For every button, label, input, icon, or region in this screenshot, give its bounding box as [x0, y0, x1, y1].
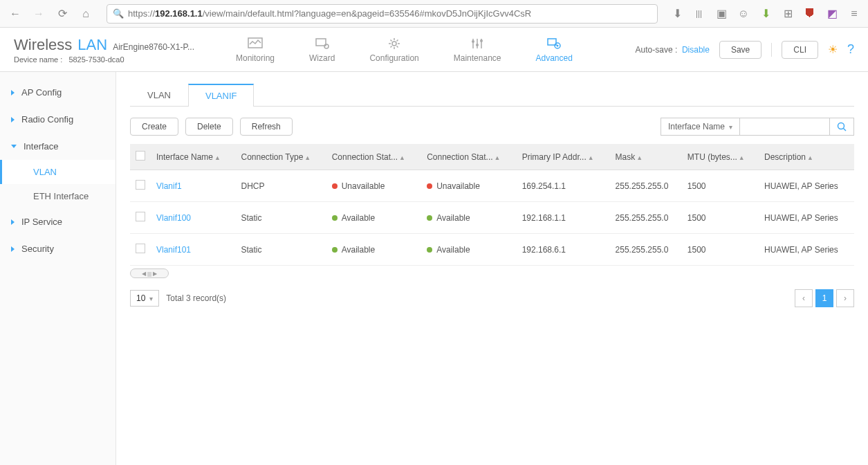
create-button[interactable]: Create	[130, 118, 178, 136]
library-icon[interactable]: ⫼	[691, 4, 708, 24]
search-button[interactable]	[830, 118, 854, 136]
col-interface-name[interactable]: Interface Name▲	[151, 144, 235, 170]
nav-advanced[interactable]: Advanced	[528, 37, 579, 63]
horizontal-scroller[interactable]: ◀ ||| ▶	[130, 268, 169, 278]
sidebar-item-radio-config[interactable]: Radio Config	[0, 106, 116, 133]
tab-vlan[interactable]: VLAN	[130, 84, 188, 107]
nav-configuration[interactable]: Configuration	[362, 37, 425, 63]
row-checkbox[interactable]	[136, 244, 145, 253]
svg-line-14	[844, 129, 847, 131]
save-button[interactable]: Save	[719, 41, 761, 59]
sidebar-item-vlan[interactable]: VLAN	[0, 160, 116, 184]
forward-icon[interactable]: →	[29, 4, 48, 24]
home-icon[interactable]: ⌂	[76, 4, 95, 24]
cell-status2: Unavailable	[421, 170, 516, 202]
cell-status1: Unavailable	[326, 170, 421, 202]
cell-mask: 255.255.255.0	[610, 234, 682, 266]
page-current[interactable]: 1	[815, 289, 833, 307]
autosave-disable-link[interactable]: Disable	[682, 45, 710, 55]
cli-button[interactable]: CLI	[782, 41, 818, 59]
sidebar-item-ip-service[interactable]: IP Service	[0, 208, 116, 235]
delete-button[interactable]: Delete	[185, 118, 233, 136]
sidebar-item-security[interactable]: Security	[0, 235, 116, 262]
svg-point-12	[557, 44, 559, 46]
cell-mask: 255.255.255.0	[610, 202, 682, 234]
cell-type: Static	[235, 234, 326, 266]
cell-status2: Available	[421, 202, 516, 234]
page-prev[interactable]: ‹	[795, 289, 813, 307]
row-checkbox[interactable]	[136, 180, 145, 190]
svg-point-3	[392, 42, 396, 46]
configuration-icon	[386, 37, 403, 51]
svg-point-7	[472, 40, 474, 43]
cell-desc: HUAWEI, AP Series	[759, 170, 854, 202]
back-icon[interactable]: ←	[6, 4, 25, 24]
record-count: Total 3 record(s)	[166, 293, 226, 303]
autosave: Auto-save : Disable	[636, 45, 710, 55]
cell-status2: Available	[421, 234, 516, 266]
cell-type: Static	[235, 202, 326, 234]
cell-desc: HUAWEI, AP Series	[759, 234, 854, 266]
cell-ip: 169.254.1.1	[517, 170, 610, 202]
status-dot-icon	[427, 215, 432, 221]
notification-icon[interactable]: ☀	[828, 43, 838, 56]
ext3-icon[interactable]: ◩	[824, 4, 840, 24]
page-next[interactable]: ›	[836, 289, 854, 307]
filter-field-select[interactable]: Interface Name	[661, 118, 740, 136]
col-description[interactable]: Description▲	[759, 144, 854, 170]
ublock-icon[interactable]: ⛊	[802, 4, 818, 24]
reload-icon[interactable]: ⟳	[53, 4, 72, 24]
interface-link[interactable]: Vlanif1	[156, 181, 182, 191]
col-mtu[interactable]: MTU (bytes...▲	[682, 144, 759, 170]
ext1-icon[interactable]: ⬇	[757, 4, 774, 24]
col-primary-ip[interactable]: Primary IP Addr...▲	[517, 144, 610, 170]
device-name-label: Device name :	[14, 55, 62, 64]
page-size-select[interactable]: 10	[130, 290, 159, 307]
interface-link[interactable]: Vlanif101	[156, 245, 191, 255]
table-row: Vlanif1DHCPUnavailableUnavailable169.254…	[130, 170, 854, 202]
refresh-button[interactable]: Refresh	[240, 118, 293, 136]
svg-point-9	[480, 39, 483, 42]
sidebar-item-eth[interactable]: ETH Interface	[0, 184, 116, 208]
sidebar-item-ap-config[interactable]: AP Config	[0, 79, 116, 106]
svg-point-13	[838, 123, 844, 129]
cell-status1: Available	[326, 234, 421, 266]
nav-monitoring[interactable]: Monitoring	[229, 37, 281, 63]
search-input[interactable]	[740, 118, 830, 136]
tab-vlanif[interactable]: VLANIF	[188, 84, 255, 107]
device-model: AirEngine8760-X1-P...	[113, 42, 194, 52]
vlanif-table: Interface Name▲ Connection Type▲ Connect…	[130, 144, 854, 266]
nav-wizard[interactable]: Wizard	[302, 37, 342, 63]
reader-icon[interactable]: ▣	[713, 4, 730, 24]
account-icon[interactable]: ☺	[735, 4, 752, 24]
status-dot-icon	[427, 247, 432, 253]
col-connection-status-2[interactable]: Connection Stat...▲	[421, 144, 516, 170]
sidebar-item-interface[interactable]: Interface	[0, 133, 116, 160]
main-nav: Monitoring Wizard Configuration Maintena…	[229, 37, 580, 63]
pager: 10 Total 3 record(s) ‹ 1 ›	[130, 289, 854, 307]
select-all-checkbox[interactable]	[136, 151, 145, 161]
advanced-icon	[546, 37, 562, 51]
tabs: VLAN VLANIF	[130, 83, 854, 107]
nav-maintenance[interactable]: Maintenance	[447, 37, 508, 63]
col-connection-type[interactable]: Connection Type▲	[235, 144, 326, 170]
cell-status1: Available	[326, 202, 421, 234]
svg-point-8	[476, 44, 479, 46]
col-connection-status-1[interactable]: Connection Stat...▲	[326, 144, 421, 170]
interface-link[interactable]: Vlanif100	[156, 213, 191, 223]
cell-desc: HUAWEI, AP Series	[759, 202, 854, 234]
app-header: Wireless LAN AirEngine8760-X1-P... Devic…	[0, 28, 868, 72]
download-icon[interactable]: ⬇	[669, 4, 685, 24]
url-bar[interactable]: 🔍 https://192.168.1.1/view/main/default.…	[107, 4, 658, 24]
cell-type: DHCP	[235, 170, 326, 202]
row-checkbox[interactable]	[136, 212, 145, 221]
wizard-icon	[314, 37, 331, 51]
help-icon[interactable]: ?	[847, 42, 854, 57]
content-area: VLAN VLANIF Create Delete Refresh Interf…	[116, 72, 868, 465]
menu-icon[interactable]: ≡	[846, 4, 862, 24]
brand: Wireless LAN AirEngine8760-X1-P... Devic…	[14, 36, 194, 64]
cell-ip: 192.168.1.1	[517, 202, 610, 234]
col-mask[interactable]: Mask▲	[610, 144, 682, 170]
search-icon	[837, 122, 847, 131]
ext2-icon[interactable]: ⊞	[779, 4, 796, 24]
